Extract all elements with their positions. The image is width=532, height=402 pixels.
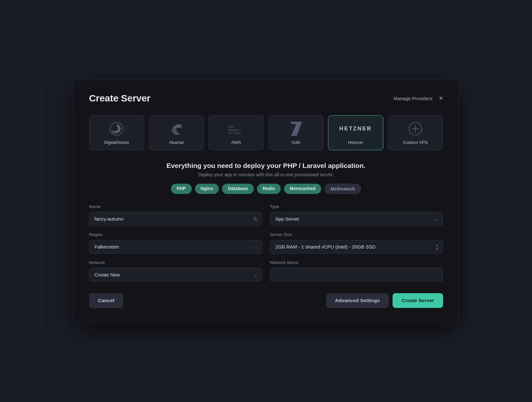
create-server-modal: Create Server Manage Providers × Digital… (73, 80, 459, 322)
provider-card-aws[interactable]: ☰☰☰ amazon web services AWS (208, 115, 264, 150)
svg-text:web services: web services (228, 132, 242, 135)
modal-title: Create Server (89, 93, 150, 104)
footer-right-buttons: Advanced Settings Create Server (326, 293, 443, 308)
network-label: Network (89, 260, 262, 265)
modal-footer: Cancel Advanced Settings Create Server (89, 293, 443, 308)
server-size-select[interactable]: 2GB RAM - 1 shared vCPU (Intel) - 20GB S… (270, 240, 443, 254)
badge-redis: Redis (257, 184, 281, 194)
advanced-settings-button[interactable]: Advanced Settings (326, 293, 389, 308)
name-input[interactable] (89, 212, 262, 226)
network-select-wrapper: Create New Existing Network ⌄ (89, 268, 262, 282)
promo-section: Everything you need to deploy your PHP /… (89, 162, 443, 194)
promo-title: Everything you need to deploy your PHP /… (89, 162, 443, 170)
network-row: Network Create New Existing Network ⌄ Ne… (89, 260, 443, 282)
server-size-select-wrapper: 2GB RAM - 1 shared vCPU (Intel) - 20GB S… (270, 240, 443, 254)
type-select-wrapper: App Server Web Server Database Server Wo… (270, 212, 443, 226)
badge-php: PHP (171, 184, 192, 194)
modal-header: Create Server Manage Providers × (89, 93, 443, 104)
refresh-icon[interactable]: ↻ (253, 216, 258, 222)
provider-name-aws: AWS (231, 140, 241, 145)
provider-grid: DigitalOcean Akamai ☰☰☰ amazon web servi… (89, 115, 443, 150)
provider-card-digitalocean[interactable]: DigitalOcean (89, 115, 144, 150)
region-label: Region (89, 232, 262, 237)
provider-name-akamai: Akamai (169, 140, 183, 145)
region-group: Region Falkenstein Nuremberg Helsinki As… (89, 232, 262, 254)
create-server-button[interactable]: Create Server (393, 293, 443, 308)
name-input-wrapper: ↻ (89, 212, 262, 226)
network-name-group: Network Name (270, 260, 443, 282)
region-select-wrapper: Falkenstein Nuremberg Helsinki Ashburn, … (89, 240, 262, 254)
custom-vps-icon (408, 122, 422, 135)
hetzner-icon: HETZNER (339, 122, 372, 135)
badge-memcached: Memcached (284, 184, 321, 194)
network-name-label: Network Name (270, 260, 443, 265)
type-group: Type App Server Web Server Database Serv… (270, 204, 443, 226)
provider-name-digitalocean: DigitalOcean (104, 140, 129, 145)
provider-card-custom-vps[interactable]: Custom VPS (388, 115, 443, 150)
tech-badges: PHP Nginx Database Redis Memcached Meili… (89, 184, 443, 194)
badge-nginx: Nginx (195, 184, 219, 194)
provider-card-akamai[interactable]: Akamai (149, 115, 204, 150)
digitalocean-icon (110, 122, 124, 135)
provider-name-hetzner: Hetzner (348, 140, 363, 145)
provider-card-hetzner[interactable]: HETZNER Hetzner (328, 115, 383, 150)
network-select[interactable]: Create New Existing Network (89, 268, 262, 282)
name-label: Name (89, 204, 262, 209)
header-actions: Manage Providers × (393, 95, 443, 102)
cancel-button[interactable]: Cancel (89, 293, 123, 308)
manage-providers-link[interactable]: Manage Providers (393, 96, 432, 101)
badge-database: Database (222, 184, 253, 194)
form-grid: Name ↻ Type App Server Web Server Databa… (89, 204, 443, 254)
akamai-icon (169, 122, 183, 135)
badge-meilisearch: Meilisearch (324, 184, 361, 194)
server-size-group: Server Size 2GB RAM - 1 shared vCPU (Int… (270, 232, 443, 254)
aws-icon: ☰☰☰ amazon web services (228, 122, 244, 135)
server-size-label: Server Size (270, 232, 443, 237)
name-group: Name ↻ (89, 204, 262, 226)
svg-rect-2 (112, 133, 113, 134)
promo-subtitle: Deploy your app in minutes with this all… (89, 172, 443, 177)
hetzner-logo-text: HETZNER (339, 126, 372, 132)
type-select[interactable]: App Server Web Server Database Server Wo… (270, 212, 443, 226)
network-name-input[interactable] (270, 268, 443, 282)
svg-text:amazon: amazon (228, 128, 239, 132)
provider-name-custom-vps: Custom VPS (403, 140, 428, 145)
region-select[interactable]: Falkenstein Nuremberg Helsinki Ashburn, … (89, 240, 262, 254)
svg-rect-1 (112, 131, 114, 132)
provider-card-vultr[interactable]: Vultr (268, 115, 324, 150)
type-label: Type (270, 204, 443, 209)
vultr-icon (290, 122, 302, 135)
close-button[interactable]: × (439, 95, 443, 102)
network-group: Network Create New Existing Network ⌄ (89, 260, 262, 282)
svg-marker-6 (290, 122, 302, 136)
provider-name-vultr: Vultr (291, 140, 300, 145)
svg-text:☰☰☰: ☰☰☰ (228, 125, 234, 128)
